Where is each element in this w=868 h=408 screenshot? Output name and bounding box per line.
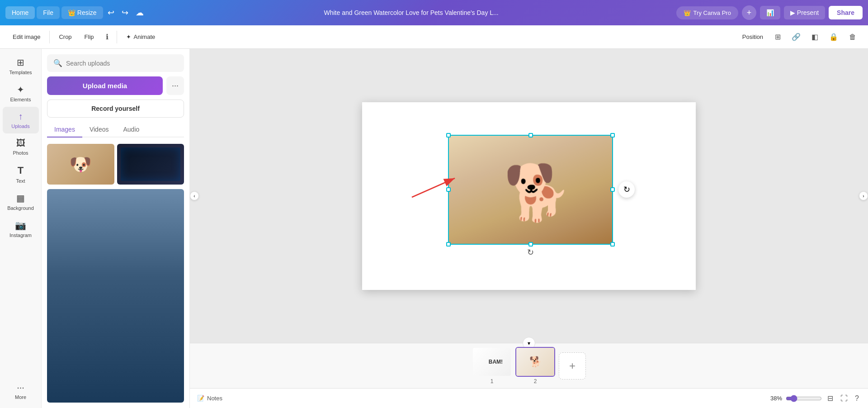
handle-middle-right[interactable]	[610, 187, 615, 192]
upload-more-button[interactable]: ···	[166, 76, 184, 95]
divider-1	[49, 31, 50, 43]
edit-image-button[interactable]: Edit image	[7, 30, 46, 43]
page-item-1: 1	[472, 347, 512, 384]
link-button[interactable]: 🔗	[787, 29, 805, 44]
tab-videos[interactable]: Videos	[82, 122, 116, 138]
cloud-save-button[interactable]: ☁	[133, 5, 146, 20]
crown-icon: 👑	[68, 9, 75, 16]
sidebar-item-instagram[interactable]: 📷 Instagram	[3, 215, 39, 242]
share-button[interactable]: Share	[829, 6, 863, 19]
rotate-handle[interactable]: ↻	[618, 181, 635, 198]
refresh-below-handle[interactable]: ↻	[527, 247, 534, 257]
page-thumbnail-2	[516, 348, 554, 376]
sidebar-item-text[interactable]: T Text	[3, 160, 39, 188]
uploads-icon: ↑	[19, 111, 23, 122]
divider-2	[117, 31, 117, 43]
help-button[interactable]: ?	[853, 393, 861, 404]
handle-bottom-middle[interactable]	[528, 242, 533, 247]
sidebar-icons: ⊞ Templates ✦ Elements ↑ Uploads 🖼 Photo…	[0, 49, 42, 408]
record-yourself-button[interactable]: Record yourself	[47, 100, 184, 118]
upload-btn-row: Upload media ···	[47, 76, 184, 95]
sidebar-item-uploads[interactable]: ↑ Uploads	[3, 107, 39, 133]
upload-thumbnail-dog[interactable]	[47, 144, 114, 185]
upload-media-button[interactable]: Upload media	[47, 76, 163, 95]
secondary-toolbar: Edit image Crop Flip ℹ ✦ Animate Positio…	[0, 25, 868, 49]
more-icon: ···	[17, 382, 24, 393]
search-input[interactable]	[66, 60, 178, 67]
animate-button[interactable]: ✦ Animate	[121, 30, 161, 43]
search-bar: 🔍	[47, 54, 184, 72]
flip-button[interactable]: Flip	[79, 30, 99, 43]
page-number-2: 2	[534, 378, 537, 384]
home-button[interactable]: Home	[5, 6, 35, 19]
zoom-area: 38% ⊟ ⛶ ?	[770, 392, 861, 404]
try-pro-button[interactable]: 👑 Try Canva Pro	[676, 6, 738, 19]
handle-bottom-left[interactable]	[446, 242, 451, 247]
sidebar-item-photos[interactable]: 🖼 Photos	[3, 133, 39, 160]
page-thumb-1[interactable]	[472, 347, 512, 377]
upload-thumbnail-dashboard[interactable]	[117, 144, 184, 185]
present-button[interactable]: ▶ Present	[784, 6, 825, 19]
layers-button[interactable]: ◧	[807, 29, 823, 44]
add-button[interactable]: +	[742, 5, 756, 20]
handle-top-left[interactable]	[446, 133, 451, 138]
search-icon: 🔍	[53, 59, 62, 67]
grid-button[interactable]: ⊞	[770, 29, 785, 44]
templates-icon: ⊞	[17, 57, 24, 68]
page-count-button[interactable]: ⊟	[826, 392, 835, 404]
crown-pro-icon: 👑	[684, 9, 691, 16]
undo-button[interactable]: ↩	[105, 5, 117, 20]
handle-top-middle[interactable]	[528, 133, 533, 138]
filmstrip: ▾ 1 2 +	[190, 343, 868, 388]
add-page-button[interactable]: +	[559, 352, 586, 380]
position-button[interactable]: Position	[737, 30, 769, 43]
lock-button[interactable]: 🔒	[825, 29, 843, 44]
main-content: ⊞ Templates ✦ Elements ↑ Uploads 🖼 Photo…	[0, 49, 868, 408]
tabs: Images Videos Audio	[47, 122, 184, 138]
topbar-left: Home File 👑 Resize ↩ ↪ ☁	[5, 5, 146, 20]
gradient-panel	[47, 189, 184, 403]
tab-images[interactable]: Images	[47, 122, 82, 138]
dog-image	[449, 136, 612, 244]
background-icon: ▦	[16, 193, 25, 204]
elements-icon: ✦	[17, 84, 24, 95]
toolbar-right: Position ⊞ 🔗 ◧ 🔒 🗑	[737, 29, 861, 44]
notes-button[interactable]: 📝 Notes	[197, 395, 222, 402]
sidebar-item-background[interactable]: ▦ Background	[3, 188, 39, 215]
canvas-page: ↻ ↻	[362, 102, 696, 290]
handle-middle-left[interactable]	[446, 187, 451, 192]
canvas-scroll: ↻ ↻	[190, 49, 868, 343]
topbar-right: 👑 Try Canva Pro + 📊 ▶ Present Share	[676, 5, 863, 20]
sidebar-item-templates[interactable]: ⊞ Templates	[3, 52, 39, 80]
present-icon: ▶	[790, 9, 795, 16]
expand-button[interactable]: ⛶	[839, 393, 849, 404]
info-button[interactable]: ℹ	[101, 29, 113, 44]
file-button[interactable]: File	[37, 6, 60, 19]
text-icon: T	[18, 165, 24, 176]
page-number-1: 1	[491, 378, 494, 384]
image-grid	[47, 144, 184, 185]
right-collapse-button[interactable]: ›	[859, 191, 868, 200]
redo-button[interactable]: ↪	[119, 5, 131, 20]
instagram-icon: 📷	[15, 220, 26, 231]
page-thumb-2[interactable]	[515, 347, 555, 377]
crop-button[interactable]: Crop	[53, 30, 77, 43]
sidebar-item-elements[interactable]: ✦ Elements	[3, 80, 39, 107]
document-title: White and Green Watercolor Love for Pets…	[324, 9, 498, 16]
topbar: Home File 👑 Resize ↩ ↪ ☁ White and Green…	[0, 0, 868, 25]
uploads-panel: 🔍 Upload media ··· Record yourself Image…	[42, 49, 190, 408]
sidebar-item-more[interactable]: ··· More	[3, 378, 39, 404]
topbar-center: White and Green Watercolor Love for Pets…	[150, 9, 673, 16]
handle-bottom-right[interactable]	[610, 242, 615, 247]
left-collapse-button[interactable]: ‹	[190, 191, 199, 200]
chart-button[interactable]: 📊	[760, 6, 780, 19]
resize-button[interactable]: 👑 Resize	[61, 6, 103, 19]
zoom-slider[interactable]	[786, 395, 822, 402]
canvas-image-element[interactable]: ↻ ↻	[448, 135, 613, 245]
tab-audio[interactable]: Audio	[116, 122, 146, 138]
page-item-2: 2	[515, 347, 555, 384]
filmstrip-center: 1 2 +	[193, 347, 864, 384]
animate-icon: ✦	[126, 33, 131, 40]
delete-button[interactable]: 🗑	[844, 30, 861, 44]
handle-top-right[interactable]	[610, 133, 615, 138]
